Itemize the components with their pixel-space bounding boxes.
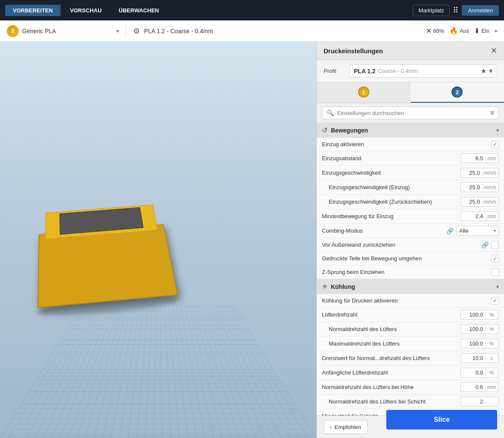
slice-container: Slice	[386, 410, 497, 429]
nav-ueberwachen[interactable]: ÜBERWACHEN	[111, 5, 166, 16]
empfohlen-arrow-icon: ‹	[330, 424, 332, 430]
visibility-control[interactable]: ✕ 60%	[426, 27, 444, 35]
slice-button[interactable]: Slice	[386, 410, 497, 429]
setting-einzugsabstand: Einzugsabstand 6.5 mm	[317, 151, 504, 166]
setting-check[interactable]	[491, 268, 499, 276]
support-control[interactable]: 🔥 Aus	[449, 27, 469, 35]
setting-check[interactable]	[491, 255, 499, 262]
search-input[interactable]	[337, 110, 490, 116]
kuehlung-icon: ✳	[322, 282, 327, 291]
close-button[interactable]: ✕	[491, 46, 497, 55]
nav-vorbereiten[interactable]: VORBEREITEN	[5, 5, 61, 16]
setting-unit: s	[486, 354, 498, 363]
setting-label: Normaldrehzahl des Lüfters	[322, 326, 461, 332]
setting-value-box[interactable]: 25.0 mm/s	[461, 197, 499, 207]
subnav-chevron-icon[interactable]: ▾	[495, 28, 497, 34]
panel-header: Druckeinstellungen ✕	[317, 42, 504, 60]
3d-model	[29, 184, 186, 308]
link-icon[interactable]: 🔗	[446, 228, 454, 234]
setting-value: 2	[461, 397, 486, 406]
setting-unit: mm/s	[483, 183, 498, 192]
setting-check[interactable]	[491, 297, 499, 305]
profile-row: Profil PLA 1.2 Coarse - 0.4mm ★ ▾	[317, 60, 504, 82]
setting-value-box[interactable]: 0.6 mm	[461, 382, 499, 392]
setting-value-box[interactable]: 2.4 mm	[461, 211, 499, 221]
setting-unit: %	[486, 369, 498, 377]
setting-value: 0.6	[461, 383, 486, 392]
visibility-icon: ✕	[426, 27, 432, 35]
setting-kuehlung-aktivieren: Kühlung für Drucken aktivieren	[317, 294, 504, 308]
setting-unit: mm	[486, 383, 498, 392]
setting-value-box[interactable]: 100.0 %	[461, 324, 499, 334]
setting-label: Normaldrehzahl des Lüfters bei Höhe	[322, 384, 461, 390]
setting-check[interactable]	[491, 241, 499, 249]
adhesion-control[interactable]: ⬇ Ein	[474, 27, 490, 35]
grid-icon[interactable]: ⠿	[453, 6, 458, 15]
extruder-tab-2[interactable]: 2	[411, 82, 504, 103]
material-selector[interactable]: 2 Generic PLA ▾	[7, 25, 126, 37]
setting-normal-schicht: Normaldrehzahl des Lüfters bei Schicht 2	[317, 395, 504, 409]
setting-value-box[interactable]: 0.0 %	[461, 368, 499, 377]
setting-anfaengliche: Anfängliche Lüfterdrehzahl 0.0 %	[317, 366, 504, 380]
setting-check[interactable]	[491, 141, 499, 148]
anmelden-button[interactable]: Anmelden	[462, 5, 499, 16]
setting-maximaldrehzahl: Maximaldrehzahl des Lüfters 100.0 %	[317, 337, 504, 351]
setting-value-box[interactable]: 100.0 %	[461, 310, 499, 320]
extruder-badge-2: 2	[452, 86, 463, 98]
3d-viewport[interactable]	[0, 42, 316, 438]
profile-dropdown[interactable]: PLA 1.2 Coarse - 0.4mm ★ ▾	[349, 64, 497, 78]
setting-einzugsgeschwindigkeit: Einzugsgeschwindigkeit 25.0 mm/s	[317, 166, 504, 180]
setting-einzugsgeschwindigkeit-zurueck: Einzugsgeschwindigkeit (Zurückschieben) …	[317, 195, 504, 209]
search-icon: 🔍	[327, 110, 334, 116]
main-area: Druckeinstellungen ✕ Profil PLA 1.2 Coar…	[0, 42, 504, 438]
setting-unit: mm	[486, 212, 498, 221]
profile-selector[interactable]: ⚙ PLA 1.2 - Coarse - 0.4mm ✕ 60% 🔥 Aus ⬇…	[126, 26, 497, 36]
view-controls: ✕ 60% 🔥 Aus ⬇ Ein ▾	[426, 27, 497, 35]
setting-unit: mm/s	[483, 169, 498, 177]
sub-navigation: 2 Generic PLA ▾ ⚙ PLA 1.2 - Coarse - 0.4…	[0, 20, 504, 42]
filter-menu-icon[interactable]: ≡	[490, 109, 494, 117]
setting-value: 10.0	[461, 354, 486, 363]
setting-label: Kühlung für Drucken aktivieren	[322, 297, 491, 304]
settings-content[interactable]: ↺ Bewegungen ▾ Einzug aktivieren Einzugs…	[317, 123, 504, 415]
setting-value-box[interactable]: 100.0 %	[461, 339, 499, 349]
extruder-tab-1[interactable]: 1	[317, 82, 411, 103]
setting-label: Einzugsgeschwindigkeit (Einzug)	[322, 184, 461, 190]
setting-label: Combing-Modus	[322, 228, 446, 234]
link-icon[interactable]: 🔗	[481, 242, 489, 248]
empfohlen-button[interactable]: ‹ Empfohlen	[324, 420, 368, 434]
nav-vorschau[interactable]: VORSCHAU	[62, 5, 109, 16]
setting-einzug-aktivieren: Einzug aktivieren	[317, 138, 504, 151]
setting-label: Anfängliche Lüfterdrehzahl	[322, 369, 461, 376]
setting-unit	[486, 401, 498, 403]
setting-label: Einzugsabstand	[322, 155, 461, 161]
setting-value-box[interactable]: 2	[461, 397, 499, 406]
setting-label: Maximaldrehzahl des Lüfters	[322, 340, 461, 347]
setting-value-box[interactable]: 6.5 mm	[461, 153, 499, 163]
material-chevron-icon[interactable]: ▾	[116, 28, 119, 34]
setting-value-box[interactable]: 10.0 s	[461, 353, 499, 363]
section-bewegungen[interactable]: ↺ Bewegungen ▾	[317, 123, 504, 138]
setting-gedruckte-teile: Gedruckte Teile bei Bewegung umgehen	[317, 252, 504, 265]
kuehlung-chevron-icon: ▾	[496, 284, 499, 290]
setting-value: 25.0	[461, 183, 483, 192]
adhesion-icon: ⬇	[474, 27, 480, 35]
setting-value-box[interactable]: 25.0 mm/s	[461, 182, 499, 192]
combo-chevron-icon: ▾	[494, 228, 496, 233]
section-kuehlung[interactable]: ✳ Kühlung ▾	[317, 279, 504, 294]
setting-unit: %	[486, 311, 498, 319]
setting-grenzwert: Grenzwert für Normal...drehzahl des Lüft…	[317, 351, 504, 366]
setting-label: Z-Sprung beim Einziehen	[322, 269, 491, 275]
material-badge: 2	[7, 25, 19, 37]
setting-combing-modus: Combing-Modus 🔗 Alle ▾	[317, 224, 504, 238]
setting-label: Grenzwert für Normal...drehzahl des Lüft…	[322, 355, 461, 361]
profile-settings-icon: ⚙	[133, 26, 140, 36]
material-name: Generic PLA	[22, 28, 113, 35]
combo-box[interactable]: Alle ▾	[456, 226, 499, 236]
profile-main-name: PLA 1.2	[354, 68, 376, 75]
marktplatz-button[interactable]: Marktplatz	[413, 5, 449, 16]
setting-label: Einzug aktivieren	[322, 141, 491, 147]
profile-star-icon[interactable]: ★	[481, 67, 487, 75]
setting-value-box[interactable]: 25.0 mm/s	[461, 168, 499, 178]
setting-label: Einzugsgeschwindigkeit	[322, 170, 461, 176]
